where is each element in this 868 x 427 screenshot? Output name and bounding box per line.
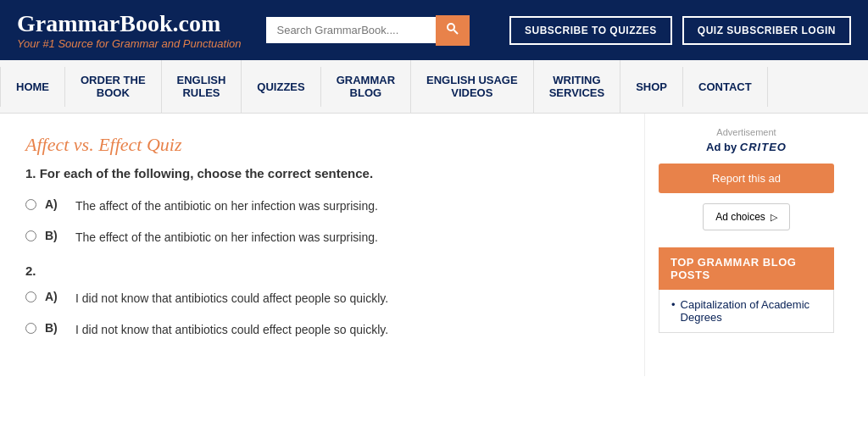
- main-layout: Affect vs. Effect Quiz 1. For each of th…: [0, 114, 868, 376]
- question-1: A) The affect of the antibiotic on her i…: [25, 197, 619, 247]
- ad-brand: CRITEO: [740, 141, 787, 153]
- q2-radio-a[interactable]: [25, 291, 36, 302]
- ad-by: Ad by CRITEO: [659, 141, 834, 153]
- blog-posts-header: TOP GRAMMAR BLOG POSTS: [659, 247, 834, 290]
- search-area: [266, 15, 470, 46]
- search-button[interactable]: [436, 15, 470, 46]
- main-nav: HOME ORDER THEBOOK ENGLISHRULES QUIZZES …: [0, 60, 868, 114]
- q1-option-b: B) The effect of the antibiotic on her i…: [25, 229, 619, 247]
- content-area: Affect vs. Effect Quiz 1. For each of th…: [0, 114, 644, 376]
- q2-label-b: B): [45, 321, 62, 335]
- q1-option-a: A) The affect of the antibiotic on her i…: [25, 197, 619, 215]
- ad-by-text: Ad by: [706, 141, 737, 153]
- report-ad-button[interactable]: Report this ad: [659, 164, 834, 193]
- subscribe-button[interactable]: SUBSCRIBE TO QUIZZES: [509, 16, 672, 45]
- ad-choices-text: Ad choices: [715, 211, 765, 223]
- quiz-title: Affect vs. Effect Quiz: [25, 134, 619, 156]
- q1-radio-b[interactable]: [25, 230, 36, 241]
- q1-radio-a[interactable]: [25, 199, 36, 210]
- q2-option-a: A) I did not know that antibiotics could…: [25, 290, 619, 308]
- nav-quizzes[interactable]: QUIZZES: [242, 67, 320, 107]
- svg-line-1: [454, 30, 459, 34]
- q2-number: 2.: [25, 263, 619, 278]
- header-buttons: SUBSCRIBE TO QUIZZES QUIZ SUBSCRIBER LOG…: [509, 16, 851, 45]
- site-logo-subtitle: Your #1 Source for Grammar and Punctuati…: [17, 37, 241, 50]
- question-2: 2. A) I did not know that antibiotics co…: [25, 263, 619, 339]
- nav-shop[interactable]: SHOP: [620, 67, 683, 107]
- ad-label: Advertisement: [659, 127, 834, 137]
- q1-label-b: B): [45, 229, 62, 242]
- nav-home[interactable]: HOME: [0, 67, 65, 107]
- ad-choices-icon: ▷: [771, 212, 777, 223]
- login-button[interactable]: QUIZ SUBSCRIBER LOGIN: [682, 16, 851, 45]
- q2-text-b: I did not know that antibiotics could ef…: [75, 321, 388, 339]
- q2-radio-b[interactable]: [25, 323, 36, 334]
- nav-order-book[interactable]: ORDER THEBOOK: [65, 60, 162, 113]
- site-logo-title[interactable]: GrammarBook.com: [17, 10, 241, 37]
- blog-post-text: Capitalization of Academic Degrees: [681, 298, 821, 324]
- site-header: GrammarBook.com Your #1 Source for Gramm…: [0, 0, 868, 60]
- q2-option-b: B) I did not know that antibiotics could…: [25, 321, 619, 339]
- nav-english-rules[interactable]: ENGLISHRULES: [162, 60, 242, 113]
- ad-choices-button[interactable]: Ad choices ▷: [703, 203, 790, 230]
- q1-text-a: The affect of the antibiotic on her infe…: [75, 197, 378, 215]
- svg-point-0: [448, 24, 454, 30]
- quiz-instruction: 1. For each of the following, choose the…: [25, 166, 619, 180]
- search-icon: [446, 22, 459, 36]
- q2-text-a: I did not know that antibiotics could af…: [75, 290, 388, 308]
- q2-label-a: A): [45, 290, 62, 303]
- nav-grammar-blog[interactable]: GRAMMARBLOG: [321, 60, 411, 113]
- search-input[interactable]: [266, 17, 436, 43]
- q1-label-a: A): [45, 197, 62, 211]
- logo-area: GrammarBook.com Your #1 Source for Gramm…: [17, 10, 241, 50]
- nav-contact[interactable]: CONTACT: [683, 67, 768, 107]
- blog-post-item[interactable]: Capitalization of Academic Degrees: [671, 298, 821, 324]
- nav-english-usage[interactable]: ENGLISH USAGEVIDEOS: [411, 60, 534, 113]
- ad-section: Advertisement Ad by CRITEO Report this a…: [659, 127, 834, 230]
- blog-posts-list: Capitalization of Academic Degrees: [659, 290, 834, 333]
- sidebar: Advertisement Ad by CRITEO Report this a…: [644, 114, 848, 376]
- nav-writing-services[interactable]: WRITINGSERVICES: [534, 60, 621, 113]
- q1-text-b: The effect of the antibiotic on her infe…: [75, 229, 378, 247]
